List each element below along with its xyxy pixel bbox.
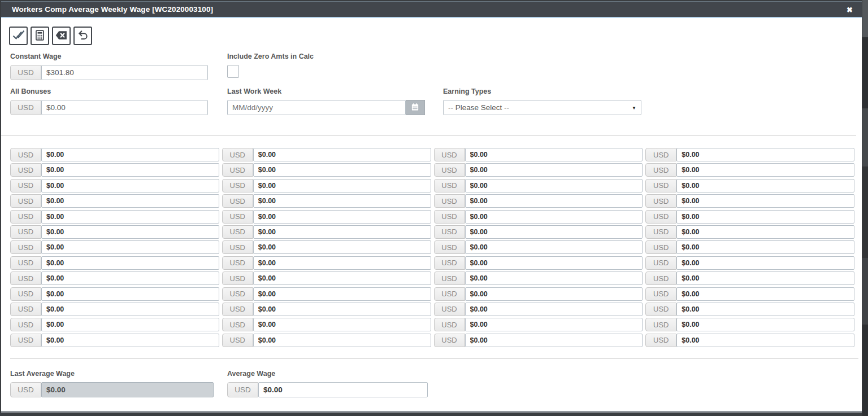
wage-amount-input[interactable] (465, 287, 643, 301)
currency-prefix: USD (434, 303, 465, 316)
wage-amount-input[interactable] (253, 272, 431, 285)
wage-amount-input[interactable] (253, 240, 431, 254)
wage-amount-input[interactable] (41, 210, 219, 224)
wage-grid-cell: USD (10, 225, 219, 239)
wage-amount-input[interactable] (41, 225, 219, 239)
currency-prefix: USD (645, 194, 676, 208)
currency-prefix: USD (645, 210, 676, 224)
currency-prefix: USD (10, 318, 41, 331)
wage-amount-input[interactable] (676, 318, 854, 331)
wage-amount-input[interactable] (41, 179, 219, 192)
wage-amount-input[interactable] (676, 287, 854, 301)
wage-amount-input[interactable] (465, 334, 643, 347)
wage-grid-cell: USD (645, 318, 854, 331)
wage-amount-input[interactable] (41, 240, 219, 254)
wage-amount-input[interactable] (676, 272, 854, 285)
wage-grid-cell: USD (222, 334, 431, 347)
currency-prefix: USD (645, 256, 676, 270)
wage-amount-input[interactable] (465, 163, 643, 177)
include-zero-checkbox[interactable] (227, 65, 239, 78)
wage-amount-input[interactable] (676, 148, 854, 161)
wage-amount-input[interactable] (676, 194, 854, 208)
close-icon[interactable]: ✖ (847, 2, 853, 17)
wage-grid-cell: USD (222, 179, 431, 192)
wage-amount-input[interactable] (253, 194, 431, 208)
wage-grid-cell: USD (10, 240, 219, 254)
wage-amount-input[interactable] (41, 334, 219, 347)
calculator-icon (34, 29, 46, 43)
currency-prefix: USD (10, 240, 41, 254)
wage-amount-input[interactable] (465, 225, 643, 239)
wage-amount-input[interactable] (41, 303, 219, 316)
wage-grid-cell: USD (10, 272, 219, 285)
clear-button[interactable] (52, 27, 71, 45)
wage-amount-input[interactable] (465, 179, 643, 192)
wage-amount-input[interactable] (676, 210, 854, 224)
wage-grid-cell: USD (222, 163, 431, 177)
wage-amount-input[interactable] (676, 240, 854, 254)
wage-amount-input[interactable] (253, 163, 431, 177)
wage-grid-cell: USD (10, 334, 219, 347)
wage-amount-input[interactable] (676, 163, 854, 177)
wage-grid-cell: USD (645, 210, 854, 224)
wage-amount-input[interactable] (465, 194, 643, 208)
wage-amount-input[interactable] (465, 240, 643, 254)
last-average-wage-input (41, 382, 214, 397)
currency-prefix: USD (10, 225, 41, 239)
wage-amount-input[interactable] (41, 318, 219, 331)
wage-amount-input[interactable] (253, 179, 431, 192)
wage-grid-cell: USD (434, 303, 643, 316)
wage-grid-cell: USD (645, 287, 854, 301)
wage-amount-input[interactable] (41, 148, 219, 161)
wage-amount-input[interactable] (253, 334, 431, 347)
wage-grid-cell: USD (222, 272, 431, 285)
currency-prefix: USD (434, 318, 465, 331)
include-zero-label: Include Zero Amts in Calc (227, 52, 314, 60)
average-wage-input[interactable] (258, 382, 428, 397)
wage-amount-input[interactable] (465, 272, 643, 285)
wage-amount-input[interactable] (676, 225, 854, 239)
wage-amount-input[interactable] (465, 318, 643, 331)
last-work-week-label: Last Work Week (227, 87, 425, 95)
wage-amount-input[interactable] (676, 334, 854, 347)
constant-wage-input[interactable] (41, 65, 208, 80)
wage-grid-cell: USD (222, 256, 431, 270)
wage-amount-input[interactable] (253, 225, 431, 239)
wage-amount-input[interactable] (676, 256, 854, 270)
wage-grid-cell: USD (645, 303, 854, 316)
wage-amount-input[interactable] (41, 194, 219, 208)
wage-amount-input[interactable] (253, 303, 431, 316)
wage-amount-input[interactable] (676, 179, 854, 192)
currency-prefix: USD (222, 240, 253, 254)
wage-grid-cell: USD (10, 179, 219, 192)
currency-prefix: USD (222, 272, 253, 285)
wage-amount-input[interactable] (465, 210, 643, 224)
wage-amount-input[interactable] (465, 256, 643, 270)
wage-amount-input[interactable] (41, 163, 219, 177)
wage-amount-input[interactable] (465, 303, 643, 316)
wage-amount-input[interactable] (465, 148, 643, 161)
calculate-button[interactable] (31, 27, 49, 45)
currency-prefix: USD (434, 194, 465, 208)
wage-amount-input[interactable] (253, 287, 431, 301)
wage-amount-input[interactable] (41, 272, 219, 285)
earning-types-select[interactable]: -- Please Select -- (443, 100, 641, 115)
accept-button[interactable] (9, 27, 28, 45)
currency-prefix: USD (222, 287, 253, 301)
wage-amount-input[interactable] (253, 256, 431, 270)
all-bonuses-input[interactable] (41, 100, 208, 115)
wage-amount-input[interactable] (41, 256, 219, 270)
average-wage-field: Average Wage USD (227, 370, 428, 397)
wage-amount-input[interactable] (253, 210, 431, 224)
wage-amount-input[interactable] (253, 148, 431, 161)
currency-prefix: USD (434, 334, 465, 347)
wage-grid-cell: USD (434, 256, 643, 270)
wage-amount-input[interactable] (41, 287, 219, 301)
undo-button[interactable] (73, 27, 92, 45)
wage-amount-input[interactable] (676, 303, 854, 316)
calendar-button[interactable] (406, 100, 425, 115)
wage-amount-input[interactable] (253, 318, 431, 331)
last-work-week-input[interactable] (227, 100, 406, 115)
currency-prefix: USD (222, 210, 253, 224)
all-bonuses-label: All Bonuses (10, 87, 208, 95)
